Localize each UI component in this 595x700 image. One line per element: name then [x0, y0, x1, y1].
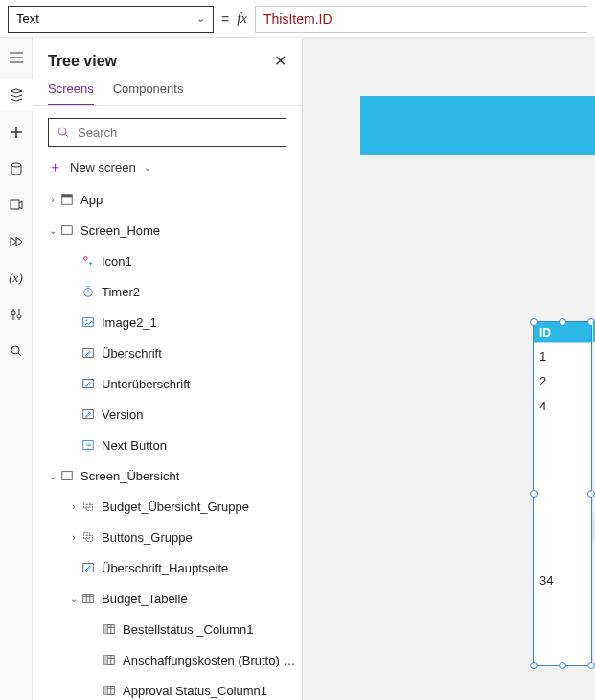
- timer-icon: [80, 284, 96, 299]
- tree-node-label: Timer2: [102, 285, 140, 299]
- screen-icon: [59, 222, 75, 238]
- left-rail: (x): [0, 38, 33, 700]
- image-icon: [80, 315, 96, 330]
- svg-rect-29: [104, 687, 108, 695]
- property-selector[interactable]: Text ⌄: [8, 6, 214, 33]
- tree-node-label: Screen_Übersicht: [80, 469, 179, 483]
- plus-icon: ＋: [48, 158, 62, 176]
- tree-node-label: Icon1: [102, 254, 132, 268]
- search-icon: [57, 126, 70, 139]
- column-icon: [102, 652, 117, 667]
- media-icon[interactable]: [7, 196, 26, 215]
- tree-node[interactable]: ›Buttons_Gruppe: [33, 522, 302, 552]
- tree-node-label: Budget_Tabelle: [102, 592, 188, 606]
- table-cell[interactable]: 2: [534, 368, 591, 393]
- label-icon: [80, 560, 96, 575]
- chevron-down-icon: ⌄: [144, 162, 151, 173]
- table-cell[interactable]: 4: [534, 393, 591, 418]
- new-screen-button[interactable]: ＋ New screen ⌄: [33, 154, 302, 184]
- tree-node[interactable]: Approval Status_Column1: [33, 675, 302, 700]
- tree-node[interactable]: Version: [33, 399, 302, 430]
- formula-input[interactable]: ThisItem.ID: [255, 6, 587, 33]
- table-cell[interactable]: [534, 443, 591, 468]
- expand-toggle[interactable]: ⌄: [67, 594, 80, 604]
- tree-node[interactable]: ⌄Screen_Home: [33, 215, 302, 245]
- tree-node-label: App: [80, 193, 103, 207]
- power-automate-icon[interactable]: [7, 232, 26, 251]
- tree-node[interactable]: ›App: [33, 184, 302, 215]
- expand-toggle[interactable]: ›: [46, 195, 59, 205]
- advanced-tools-icon[interactable]: [7, 305, 26, 324]
- tree-node[interactable]: Unterüberschrift: [33, 368, 302, 399]
- table-cell[interactable]: [534, 518, 591, 543]
- tree-node[interactable]: Überschrift_Hauptseite: [33, 552, 302, 583]
- expand-toggle[interactable]: ⌄: [46, 471, 59, 481]
- expand-toggle[interactable]: ›: [67, 502, 80, 512]
- equals-sign: =: [221, 12, 229, 27]
- tree-node-label: Budget_Übersicht_Gruppe: [102, 500, 249, 514]
- insert-icon[interactable]: [7, 123, 26, 142]
- tree-title: Tree view: [48, 53, 117, 70]
- tree-node[interactable]: Icon1: [33, 245, 302, 276]
- tree-node-label: Unterüberschrift: [102, 377, 190, 391]
- formula-token-prop: ID: [319, 12, 332, 27]
- label-icon: [80, 376, 96, 391]
- search-rail-icon[interactable]: [7, 341, 26, 361]
- expand-toggle[interactable]: ›: [67, 532, 80, 543]
- tree-node[interactable]: Bestellstatus _Column1: [33, 614, 302, 644]
- svg-rect-27: [104, 656, 108, 665]
- canvas[interactable]: ID 12434 A KPLTTACLAH: [303, 38, 595, 700]
- svg-rect-7: [62, 195, 73, 198]
- tree-node[interactable]: Überschrift: [33, 338, 302, 368]
- tree-node-label: Version: [102, 408, 143, 422]
- svg-point-2: [11, 311, 15, 315]
- column-icon: [102, 621, 117, 637]
- table-cell[interactable]: [534, 593, 591, 618]
- tree-view-icon[interactable]: [0, 79, 33, 111]
- search-box[interactable]: [48, 118, 286, 147]
- next-icon: [80, 437, 96, 453]
- svg-rect-1: [11, 200, 19, 209]
- selected-column[interactable]: ID 12434: [533, 321, 592, 666]
- svg-point-4: [11, 346, 19, 354]
- tree-node-label: Approval Status_Column1: [123, 684, 267, 698]
- tab-screens[interactable]: Screens: [48, 76, 94, 105]
- tree-panel: Tree view ✕ Screens Components ＋ New scr…: [33, 38, 303, 700]
- data-icon[interactable]: [7, 159, 26, 178]
- svg-point-3: [17, 315, 21, 318]
- hamburger-icon[interactable]: [7, 48, 26, 67]
- formula-token-var: ThisItem: [263, 12, 315, 27]
- table-cell[interactable]: [534, 543, 591, 568]
- icon1-icon: [80, 253, 96, 268]
- svg-point-0: [11, 163, 21, 167]
- tree-node[interactable]: ⌄Budget_Tabelle: [33, 583, 302, 614]
- tree-node[interactable]: ›Budget_Übersicht_Gruppe: [33, 491, 302, 522]
- tree-list[interactable]: ›App⌄Screen_HomeIcon1Timer2Image2_1Übers…: [33, 184, 302, 700]
- table-cell[interactable]: 34: [534, 568, 591, 593]
- search-input[interactable]: [78, 126, 278, 140]
- tree-node-label: Buttons_Gruppe: [102, 530, 193, 545]
- fx-icon: fx: [237, 11, 247, 27]
- tree-node[interactable]: Next Button: [33, 430, 302, 460]
- expand-toggle[interactable]: ⌄: [46, 225, 59, 236]
- svg-point-5: [58, 128, 66, 135]
- close-icon[interactable]: ✕: [274, 52, 286, 70]
- tree-node[interactable]: ⌄Screen_Übersicht: [33, 460, 302, 491]
- table-cell[interactable]: [534, 468, 591, 493]
- screen-header-rect: [360, 96, 595, 155]
- tree-node-label: Image2_1: [102, 315, 157, 330]
- table-icon: [80, 591, 96, 606]
- tree-node[interactable]: Anschaffungskosten (Brutto) _Colu: [33, 644, 302, 675]
- variables-icon[interactable]: (x): [7, 268, 26, 288]
- table-cell[interactable]: [534, 493, 591, 518]
- tree-node-label: Anschaffungskosten (Brutto) _Colu: [123, 653, 302, 667]
- tree-node[interactable]: Image2_1: [33, 307, 302, 338]
- table-cell[interactable]: 1: [534, 343, 591, 368]
- svg-point-9: [84, 257, 88, 261]
- svg-rect-17: [62, 472, 73, 480]
- property-selector-value: Text: [16, 12, 39, 26]
- table-cell[interactable]: [534, 418, 591, 443]
- tree-node[interactable]: Timer2: [33, 276, 302, 307]
- column-icon: [102, 683, 117, 698]
- tab-components[interactable]: Components: [113, 76, 184, 105]
